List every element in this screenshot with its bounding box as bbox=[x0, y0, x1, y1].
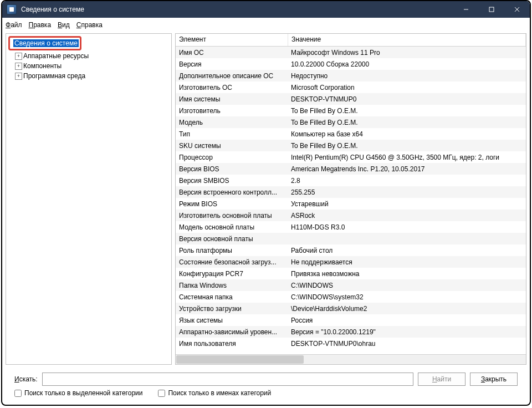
cell-value: Microsoft Corporation bbox=[288, 84, 526, 91]
table-row[interactable]: Версия BIOSAmerican Megatrends Inc. P1.2… bbox=[176, 163, 526, 175]
tree-item-software-environment[interactable]: + Программная среда bbox=[8, 71, 169, 81]
table-row[interactable]: Состояние безопасной загруз...Не поддерж… bbox=[176, 256, 526, 268]
navigation-tree: Сведения о системе + Аппаратные ресурсы … bbox=[6, 33, 172, 365]
table-row[interactable]: Имя системыDESKTOP-VTNMUP0 bbox=[176, 93, 526, 105]
menu-help[interactable]: Справка bbox=[76, 21, 103, 29]
checkbox-category-names[interactable]: Поиск только в именах категорий bbox=[158, 389, 271, 397]
table-row[interactable]: Язык системыРоссия bbox=[176, 314, 526, 326]
checkbox-selected-category-input[interactable] bbox=[14, 390, 22, 397]
column-header-element[interactable]: Элемент bbox=[176, 34, 288, 46]
cell-element: Дополнительное описание ОС bbox=[176, 72, 288, 80]
table-row[interactable]: Версия SMBIOS2.8 bbox=[176, 175, 526, 186]
table-row[interactable]: МодельTo Be Filled By O.E.M. bbox=[176, 116, 526, 128]
cell-value: Привязка невозможна bbox=[288, 270, 526, 278]
table-row[interactable]: Роль платформыРабочий стол bbox=[176, 244, 526, 256]
cell-value: Версия = "10.0.22000.1219" bbox=[288, 328, 526, 336]
table-header: Элемент Значение bbox=[176, 34, 526, 47]
table-row[interactable]: Версия встроенного контролл...255.255 bbox=[176, 186, 526, 198]
cell-value: Компьютер на базе x64 bbox=[288, 130, 526, 138]
tree-root-system-summary[interactable]: Сведения о системе bbox=[11, 38, 79, 48]
cell-value: Россия bbox=[288, 317, 526, 324]
cell-element: Имя системы bbox=[176, 95, 288, 103]
table-row[interactable]: Устройство загрузки\Device\HarddiskVolum… bbox=[176, 303, 526, 314]
details-pane: Элемент Значение Имя ОСМайкрософт Window… bbox=[175, 33, 526, 365]
cell-element: Версия SMBIOS bbox=[176, 177, 288, 185]
svg-rect-1 bbox=[489, 7, 494, 12]
menu-view[interactable]: Вид bbox=[58, 21, 70, 29]
menu-bar: Файл Правка Вид Справка bbox=[2, 18, 530, 32]
cell-value: H110M-DGS R3.0 bbox=[288, 223, 526, 231]
cell-value: ASRock bbox=[288, 212, 526, 220]
cell-value: Устаревший bbox=[288, 200, 526, 208]
cell-value: Майкрософт Windows 11 Pro bbox=[288, 49, 526, 57]
horizontal-scrollbar[interactable] bbox=[176, 354, 526, 364]
cell-element: Версия встроенного контролл... bbox=[176, 188, 288, 196]
menu-file[interactable]: Файл bbox=[6, 21, 22, 29]
table-row[interactable]: ТипКомпьютер на базе x64 bbox=[176, 128, 526, 140]
cell-element: Аппаратно-зависимый уровен... bbox=[176, 328, 288, 336]
find-button[interactable]: Найти bbox=[418, 373, 466, 386]
cell-element: Версия основной платы bbox=[176, 235, 288, 243]
table-row[interactable]: Системная папкаC:\WINDOWS\system32 bbox=[176, 291, 526, 303]
table-row[interactable]: Аппаратно-зависимый уровен...Версия = "1… bbox=[176, 326, 526, 338]
plus-icon[interactable]: + bbox=[15, 73, 22, 80]
table-row[interactable]: ИзготовительTo Be Filled By O.E.M. bbox=[176, 105, 526, 116]
table-row[interactable]: Изготовитель ОСMicrosoft Corporation bbox=[176, 81, 526, 93]
plus-icon[interactable]: + bbox=[15, 53, 22, 60]
maximize-button[interactable] bbox=[479, 1, 504, 18]
cell-element: Устройство загрузки bbox=[176, 305, 288, 313]
cell-element: Системная папка bbox=[176, 293, 288, 301]
cell-element: Имя пользователя bbox=[176, 340, 288, 348]
checkbox-category-names-input[interactable] bbox=[158, 390, 165, 397]
cell-element: Процессор bbox=[176, 154, 288, 161]
cell-element: SKU системы bbox=[176, 142, 288, 150]
scrollbar-thumb[interactable] bbox=[176, 355, 304, 364]
table-row[interactable]: Режим BIOSУстаревший bbox=[176, 198, 526, 210]
search-input[interactable] bbox=[42, 373, 413, 386]
table-row[interactable]: Дополнительное описание ОСНедоступно bbox=[176, 70, 526, 81]
cell-element: Тип bbox=[176, 130, 288, 138]
cell-element: Конфигурация PCR7 bbox=[176, 270, 288, 278]
cell-value: C:\WINDOWS bbox=[288, 282, 526, 289]
cell-element: Изготовитель ОС bbox=[176, 84, 288, 91]
menu-edit[interactable]: Правка bbox=[29, 21, 52, 29]
table-body: Имя ОСМайкрософт Windows 11 ProВерсия10.… bbox=[176, 47, 526, 354]
cell-value: Не поддерживается bbox=[288, 258, 526, 266]
table-row[interactable]: SKU системыTo Be Filled By O.E.M. bbox=[176, 140, 526, 151]
close-search-button[interactable]: Закрыть bbox=[470, 373, 518, 386]
table-row[interactable]: Модель основной платыH110M-DGS R3.0 bbox=[176, 221, 526, 233]
column-header-value[interactable]: Значение bbox=[288, 34, 526, 46]
cell-value: C:\WINDOWS\system32 bbox=[288, 293, 526, 301]
annotation-highlight: Сведения о системе bbox=[8, 36, 81, 50]
table-row[interactable]: Папка WindowsC:\WINDOWS bbox=[176, 279, 526, 291]
tree-item-components[interactable]: + Компоненты bbox=[8, 61, 169, 71]
cell-element: Роль платформы bbox=[176, 247, 288, 254]
cell-value: Рабочий стол bbox=[288, 247, 526, 254]
search-panel: Искать: Найти Закрыть Поиск только в выд… bbox=[6, 369, 526, 401]
table-row[interactable]: Имя ОСМайкрософт Windows 11 Pro bbox=[176, 47, 526, 58]
window-title: Сведения о системе bbox=[21, 6, 453, 13]
tree-item-hardware-resources[interactable]: + Аппаратные ресурсы bbox=[8, 51, 169, 61]
close-button[interactable] bbox=[504, 1, 530, 18]
cell-element: Папка Windows bbox=[176, 282, 288, 289]
checkbox-selected-category[interactable]: Поиск только в выделенной категории bbox=[14, 389, 142, 397]
minimize-button[interactable] bbox=[453, 1, 479, 18]
table-row[interactable]: Имя пользователяDESKTOP-VTNMUP0\ohrau bbox=[176, 338, 526, 349]
cell-value: 255.255 bbox=[288, 188, 526, 196]
cell-element: Модель bbox=[176, 119, 288, 126]
cell-element: Версия BIOS bbox=[176, 165, 288, 173]
cell-element: Режим BIOS bbox=[176, 200, 288, 208]
cell-value: DESKTOP-VTNMUP0\ohrau bbox=[288, 340, 526, 348]
plus-icon[interactable]: + bbox=[15, 63, 22, 70]
table-row[interactable]: Версия10.0.22000 Сборка 22000 bbox=[176, 58, 526, 70]
table-row[interactable]: Конфигурация PCR7Привязка невозможна bbox=[176, 268, 526, 279]
cell-value: \Device\HarddiskVolume2 bbox=[288, 305, 526, 313]
table-row[interactable]: Изготовитель основной платыASRock bbox=[176, 210, 526, 221]
table-row[interactable]: Версия основной платы bbox=[176, 233, 526, 244]
table-row[interactable]: ПроцессорIntel(R) Pentium(R) CPU G4560 @… bbox=[176, 151, 526, 163]
cell-element: Изготовитель основной платы bbox=[176, 212, 288, 220]
cell-element: Состояние безопасной загруз... bbox=[176, 258, 288, 266]
cell-value: To Be Filled By O.E.M. bbox=[288, 119, 526, 126]
cell-element: Версия bbox=[176, 60, 288, 68]
cell-element: Язык системы bbox=[176, 317, 288, 324]
